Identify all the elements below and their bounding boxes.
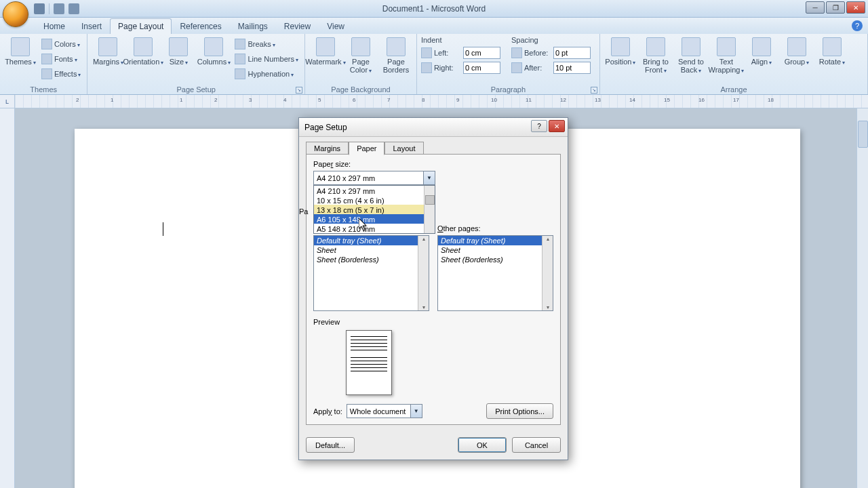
tab-home[interactable]: Home [35,18,73,34]
scrollbar-thumb[interactable] [858,121,868,148]
orientation-button[interactable]: Orientation [127,36,159,66]
page-color-button[interactable]: Page Color [344,36,377,75]
tray-option[interactable]: Sheet [314,245,429,255]
tab-review[interactable]: Review [276,18,319,34]
ribbon-tabs: Home Insert Page Layout References Maili… [0,18,868,34]
redo-icon[interactable] [68,3,79,14]
tab-page-layout[interactable]: Page Layout [110,18,172,34]
apply-to-combo[interactable]: Whole document ▼ [347,404,422,418]
group-page-setup: Margins Orientation Size Columns Breaks … [87,34,304,94]
columns-button[interactable]: Columns [197,36,230,66]
tab-mailings[interactable]: Mailings [230,18,276,34]
dialog-launcher-icon[interactable]: ↘ [591,87,597,94]
office-button[interactable] [3,1,28,27]
group-label: Page Setup↘ [92,85,300,94]
breaks-button[interactable]: Breaks [233,37,300,51]
spacing-after-input[interactable] [553,62,591,74]
line-numbers-icon [235,54,245,64]
undo-icon[interactable] [54,3,64,14]
paper-size-option[interactable]: 10 x 15 cm (4 x 6 in) [314,195,435,205]
size-button[interactable]: Size [162,36,195,66]
listbox-scrollbar[interactable] [542,236,553,310]
ribbon: Themes Colors Fonts Effects Themes Margi… [0,34,868,95]
spacing-before-icon [511,47,522,58]
tray-option[interactable]: Default tray (Sheet) [314,236,429,245]
paper-size-value[interactable]: A4 210 x 297 mm [313,171,435,185]
rotate-button[interactable]: Rotate [816,36,848,66]
spacing-label: Spacing [511,36,591,44]
tray-option[interactable]: Default tray (Sheet) [438,236,553,245]
margins-button[interactable]: Margins [92,36,124,66]
page-borders-button[interactable]: Page Borders [380,36,412,74]
listbox-scrollbar[interactable] [418,236,429,310]
vertical-ruler[interactable] [0,108,15,488]
text-caret [163,222,163,236]
preview-thumbnail [346,330,392,395]
indent-left-icon [421,47,432,58]
effects-button[interactable]: Effects [39,67,83,81]
paper-size-option[interactable]: A5 148 x 210 mm [314,224,435,233]
horizontal-ruler[interactable]: 21123456789101112131415161718 [15,95,868,108]
dropdown-scrollbar[interactable] [424,186,435,233]
tray-option[interactable]: Sheet (Borderless) [438,255,553,264]
orientation-icon [134,37,153,56]
indent-right-input[interactable] [463,62,500,74]
default-button[interactable]: Default... [306,437,355,453]
first-page-listbox[interactable]: Default tray (Sheet) Sheet Sheet (Border… [313,235,429,311]
quick-access-toolbar [34,3,79,14]
other-pages-listbox[interactable]: Default tray (Sheet) Sheet Sheet (Border… [437,235,553,311]
hyphenation-icon [235,68,245,79]
dialog-launcher-icon[interactable]: ↘ [296,87,302,94]
minimize-button[interactable]: ─ [806,1,825,14]
line-numbers-button[interactable]: Line Numbers [233,52,300,66]
dialog-help-button[interactable]: ? [531,120,547,132]
paper-size-option[interactable]: A4 210 x 297 mm [314,186,435,195]
spacing-before-input[interactable] [553,47,591,59]
help-icon[interactable]: ? [852,20,863,31]
watermark-button[interactable]: Watermark [309,36,342,66]
themes-button[interactable]: Themes [4,36,37,66]
ok-button[interactable]: OK [458,437,507,453]
cancel-button[interactable]: Cancel [512,437,561,453]
app-window: Document1 - Microsoft Word ─ ❐ ✕ Home In… [0,0,868,488]
group-paragraph: Indent Left: Right: Spacing Before: Afte… [417,34,600,94]
hyphenation-button[interactable]: Hyphenation [233,67,300,81]
indent-left-input[interactable] [463,47,500,59]
effects-icon [41,68,52,79]
dialog-titlebar[interactable]: Page Setup ? ✕ [299,118,568,137]
save-icon[interactable] [34,3,45,14]
tab-view[interactable]: View [319,18,353,34]
colors-button[interactable]: Colors [39,37,83,51]
bring-front-button[interactable]: Bring to Front [639,36,672,75]
spacing-after-icon [511,62,522,73]
align-button[interactable]: Align [745,36,778,66]
tray-option[interactable]: Sheet (Borderless) [314,255,429,264]
close-button[interactable]: ✕ [846,1,865,14]
rotate-icon [823,37,842,56]
text-wrapping-button[interactable]: Text Wrapping [710,36,743,75]
print-options-button[interactable]: Print Options... [486,403,553,419]
tab-selector[interactable]: L [0,95,15,108]
fonts-button[interactable]: Fonts [39,52,83,66]
tab-insert[interactable]: Insert [73,18,110,34]
chevron-down-icon[interactable]: ▼ [423,171,435,184]
vertical-scrollbar[interactable] [856,108,868,488]
page-setup-dialog: Page Setup ? ✕ Margins Paper Layout Pape… [298,117,568,460]
chevron-down-icon[interactable]: ▼ [410,405,422,418]
text-wrapping-icon [717,37,736,56]
dialog-tab-paper[interactable]: Paper [349,142,384,155]
position-button[interactable]: Position [604,36,637,66]
paper-size-option[interactable]: A6 105 x 148 mm [314,214,435,224]
paper-size-combo[interactable]: A4 210 x 297 mm ▼ A4 210 x 297 mm 10 x 1… [313,171,435,185]
fonts-icon [41,54,52,64]
dialog-close-button[interactable]: ✕ [549,120,565,132]
dialog-tab-margins[interactable]: Margins [306,142,349,155]
scrollbar-thumb[interactable] [425,195,435,205]
send-back-button[interactable]: Send to Back [675,36,707,75]
paper-size-option[interactable]: 13 x 18 cm (5 x 7 in) [314,205,435,214]
tray-option[interactable]: Sheet [438,245,553,255]
group-button[interactable]: Group [781,36,813,66]
dialog-tab-layout[interactable]: Layout [384,142,423,155]
maximize-button[interactable]: ❐ [826,1,845,14]
tab-references[interactable]: References [172,18,229,34]
